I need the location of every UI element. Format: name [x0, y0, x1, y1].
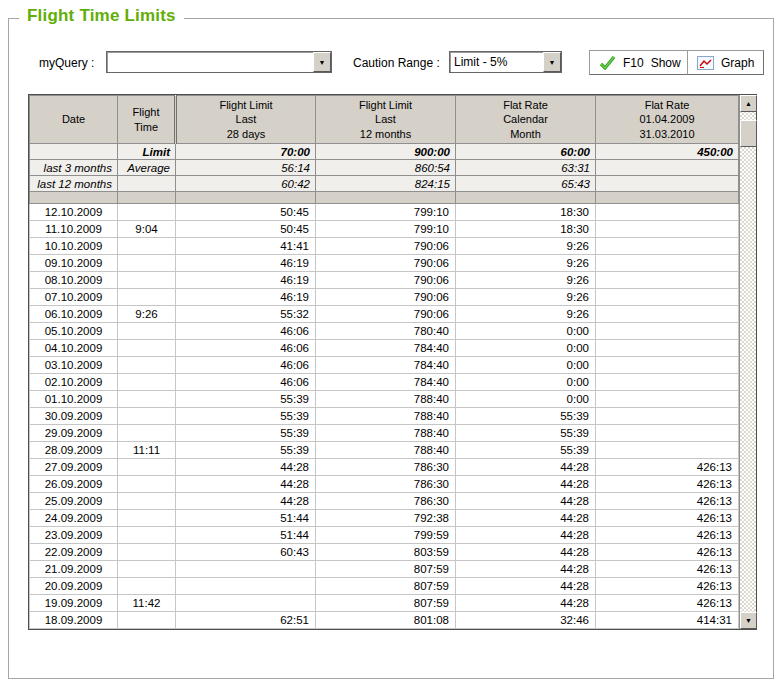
flat-rate-month-cell: 44:28 [456, 561, 596, 578]
grid-row[interactable]: 03.10.200946:06784:400:00437:24 [30, 357, 739, 374]
column-header-flat-rate-month[interactable]: Flat Rate Calendar Month [456, 96, 596, 144]
flight-time-cell: 9:04 [118, 221, 176, 238]
grid-row[interactable]: 18.09.200962:51801:0832:46414:31 [30, 612, 739, 629]
scrollbar-thumb[interactable] [740, 120, 757, 147]
grid-row[interactable]: 25.09.200944:28786:3044:28426:13 [30, 493, 739, 510]
flight-time-cell [118, 204, 176, 221]
grid-row[interactable]: 07.10.200946:19790:069:26446:50 [30, 289, 739, 306]
grid-row[interactable]: 29.09.200955:39788:4055:39437:24 [30, 425, 739, 442]
flat-rate-period-cell: 446:50 [596, 238, 739, 255]
limit-28-days-cell: 51:44 [176, 527, 316, 544]
limit-28-days-cell: 69:15 [176, 578, 316, 595]
grid-row[interactable]: 10.10.200941:41790:069:26446:50 [30, 238, 739, 255]
grid-row[interactable]: 11.10.20099:0450:45799:1018:30455:54 [30, 221, 739, 238]
flat-rate-month-cell: 44:28 [456, 476, 596, 493]
grid-row[interactable]: 12.10.200950:45799:1018:30455:54 [30, 204, 739, 221]
grid-row[interactable]: 05.10.200946:06780:400:00437:24 [30, 323, 739, 340]
show-button[interactable]: F10 Show [589, 50, 691, 75]
grid-row[interactable]: 28.09.200911:1155:39788:4055:39437:24 [30, 442, 739, 459]
summary-limit-12-cell: 824:15 [316, 176, 456, 192]
summary-flat-rate-period-cell: 450:00 [596, 144, 739, 160]
spacer-cell [456, 192, 596, 204]
caution-range-label: Caution Range : [353, 56, 440, 70]
flat-rate-period-cell: 437:24 [596, 442, 739, 459]
query-dropdown-arrow-icon[interactable]: ▼ [313, 52, 331, 72]
grid-row[interactable]: 21.09.200969:15807:5944:28426:13 [30, 561, 739, 578]
column-header-date[interactable]: Date [30, 96, 118, 144]
grid-row[interactable]: 26.09.200944:28786:3044:28426:13 [30, 476, 739, 493]
grid-table: Date Flight Time Flight Limit Last 28 da… [29, 95, 739, 629]
query-value[interactable] [107, 52, 313, 72]
date-cell: 06.10.2009 [30, 306, 118, 323]
flat-rate-month-cell: 0:00 [456, 323, 596, 340]
flat-rate-period-cell: 426:13 [596, 544, 739, 561]
flight-time-cell [118, 238, 176, 255]
limit-12-months-cell: 786:30 [316, 459, 456, 476]
flight-time-cell [118, 340, 176, 357]
flat-rate-month-cell: 55:39 [456, 408, 596, 425]
grid-row[interactable]: 04.10.200946:06784:400:00437:24 [30, 340, 739, 357]
spacer-cell [316, 192, 456, 204]
limit-28-days-cell: 44:28 [176, 493, 316, 510]
flat-rate-period-cell: 426:13 [596, 578, 739, 595]
caution-range-combobox[interactable]: Limit - 5% ▼ [449, 51, 562, 73]
graph-button-label: Graph [721, 56, 754, 70]
vertical-scrollbar[interactable]: ▲ ▼ [739, 95, 756, 629]
limit-28-days-cell: 69:15 [176, 561, 316, 578]
summary-limit-28-cell: 56:14 [176, 160, 316, 176]
grid-row[interactable]: 06.10.20099:2655:32790:069:26446:50 [30, 306, 739, 323]
flat-rate-period-cell: 426:13 [596, 595, 739, 612]
column-header-flat-rate-period[interactable]: Flat Rate 01.04.2009 31.03.2010 [596, 96, 739, 144]
date-cell: 25.09.2009 [30, 493, 118, 510]
flat-rate-period-cell: 426:13 [596, 510, 739, 527]
flight-time-cell [118, 612, 176, 629]
flat-rate-period-cell: 426:13 [596, 476, 739, 493]
flat-rate-period-cell: 446:50 [596, 255, 739, 272]
column-header-limit-28-days[interactable]: Flight Limit Last 28 days [176, 96, 316, 144]
limit-28-days-cell: 55:39 [176, 391, 316, 408]
column-header-flight-time[interactable]: Flight Time [118, 96, 176, 144]
flat-rate-month-cell: 44:28 [456, 459, 596, 476]
page-title: Flight Time Limits [19, 6, 184, 26]
scroll-up-button[interactable]: ▲ [740, 95, 757, 112]
spacer-cell [30, 192, 118, 204]
scroll-down-icon: ▼ [745, 617, 752, 624]
caution-range-value[interactable]: Limit - 5% [450, 52, 543, 72]
limit-28-days-cell: 46:06 [176, 323, 316, 340]
flight-time-cell: 11:42 [118, 595, 176, 612]
grid-row[interactable]: 27.09.200944:28786:3044:28426:13 [30, 459, 739, 476]
grid-row[interactable]: 02.10.200946:06784:400:00437:24 [30, 374, 739, 391]
limit-12-months-cell: 807:59 [316, 561, 456, 578]
flight-time-cell [118, 408, 176, 425]
date-cell: 05.10.2009 [30, 323, 118, 340]
flat-rate-month-cell: 32:46 [456, 612, 596, 629]
grid-row[interactable]: 23.09.200951:44799:5944:28426:13 [30, 527, 739, 544]
limit-12-months-cell: 801:08 [316, 612, 456, 629]
column-header-limit-12-months[interactable]: Flight Limit Last 12 months [316, 96, 456, 144]
grid-row[interactable]: 19.09.200911:4274:33807:5944:28426:13 [30, 595, 739, 612]
grid-row[interactable]: 24.09.200951:44792:3844:28426:13 [30, 510, 739, 527]
show-button-label: Show [651, 56, 681, 70]
query-combobox[interactable]: ▼ [106, 51, 332, 73]
limit-28-days-cell: 50:45 [176, 221, 316, 238]
limit-28-days-cell: 55:32 [176, 306, 316, 323]
grid-row[interactable]: 30.09.200955:39788:4055:39437:24 [30, 408, 739, 425]
grid-row[interactable]: 08.10.200946:19790:069:26446:50 [30, 272, 739, 289]
limit-12-months-cell: 780:40 [316, 323, 456, 340]
summary-label-cell: Average [118, 160, 176, 176]
grid-row[interactable]: 09.10.200946:19790:069:26446:50 [30, 255, 739, 272]
query-label: myQuery : [39, 56, 94, 70]
graph-button[interactable]: Graph [687, 50, 764, 75]
grid-row[interactable]: 22.09.200960:43803:5944:28426:13 [30, 544, 739, 561]
summary-date-cell [30, 144, 118, 160]
limit-28-days-cell: 50:45 [176, 204, 316, 221]
grid-row[interactable]: 20.09.200969:15807:5944:28426:13 [30, 578, 739, 595]
caution-dropdown-arrow-icon[interactable]: ▼ [543, 52, 561, 72]
scroll-down-button[interactable]: ▼ [740, 612, 757, 629]
grid-row[interactable]: 01.10.200955:39788:400:00437:24 [30, 391, 739, 408]
flight-times-grid: Date Flight Time Flight Limit Last 28 da… [28, 94, 757, 630]
spacer-cell [176, 192, 316, 204]
flat-rate-period-cell: 446:50 [596, 289, 739, 306]
limit-28-days-cell: 46:06 [176, 340, 316, 357]
date-cell: 18.09.2009 [30, 612, 118, 629]
